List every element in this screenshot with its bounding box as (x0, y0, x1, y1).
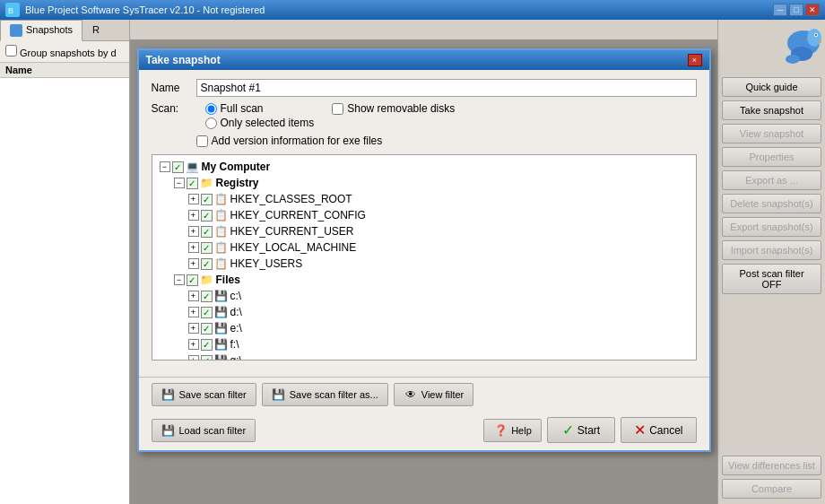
node-label-drive-f: f:\ (230, 338, 239, 351)
export-as-button[interactable]: Export as ... (722, 170, 821, 190)
dialog-footer-2: 💾 Load scan filter ❓ Help ✓ Start (139, 412, 709, 450)
node-label-hkcc: HKEY_CURRENT_CONFIG (230, 209, 366, 222)
checkbox-hkcu[interactable] (201, 226, 213, 238)
node-label-hkcr: HKEY_CLASSES_ROOT (230, 193, 352, 205)
tree-node-files[interactable]: −📁Files (174, 272, 692, 288)
expand-btn-hku[interactable]: + (188, 258, 199, 269)
tab-2[interactable]: R (82, 20, 109, 40)
checkbox-drive-g[interactable] (201, 355, 213, 361)
center-area: Take snapshot × Name Scan: (130, 20, 717, 504)
node-label-hku: HKEY_USERS (230, 257, 303, 270)
expand-btn-registry[interactable]: − (174, 178, 185, 188)
tree-node-hklm[interactable]: +📋HKEY_LOCAL_MACHINE (188, 239, 692, 256)
app-icon: B (5, 3, 20, 17)
checkbox-hkcr[interactable] (201, 194, 213, 205)
version-info-row: Add version information for exe files (196, 135, 697, 147)
expand-btn-hkcc[interactable]: + (188, 210, 199, 221)
take-snapshot-dialog: Take snapshot × Name Scan: (137, 48, 711, 452)
checkbox-registry[interactable] (187, 178, 198, 189)
radio-group: Full scan Only selected items (205, 102, 315, 129)
import-snapshot-button[interactable]: Import snapshot(s) (722, 240, 821, 260)
full-scan-radio[interactable] (205, 103, 217, 115)
tree-node-drive-e[interactable]: +💾e:\ (188, 320, 692, 336)
view-snapshot-button[interactable]: View snapshot (722, 124, 821, 143)
tree-node-drive-f[interactable]: +💾f:\ (188, 336, 692, 352)
expand-btn-drive-c[interactable]: + (188, 291, 199, 301)
tree-container[interactable]: −💻My Computer−📁Registry+📋HKEY_CLASSES_RO… (152, 154, 697, 361)
version-info-checkbox[interactable] (196, 135, 208, 147)
dialog-close-button[interactable]: × (688, 54, 702, 66)
expand-btn-drive-d[interactable]: + (188, 307, 199, 317)
expand-btn-hklm[interactable]: + (188, 242, 199, 253)
selected-items-radio[interactable] (205, 117, 217, 129)
group-checkbox[interactable] (5, 45, 17, 56)
compare-button[interactable]: Compare (722, 479, 821, 499)
show-removable-checkbox[interactable] (332, 103, 343, 115)
delete-snapshot-button[interactable]: Delete snapshot(s) (722, 194, 821, 213)
checkbox-drive-f[interactable] (201, 339, 213, 351)
export-snapshot-button[interactable]: Export snapshot(s) (722, 217, 821, 237)
checkbox-my-computer[interactable] (172, 161, 184, 173)
name-input[interactable] (196, 79, 697, 97)
tree-node-drive-d[interactable]: +💾d:\ (188, 304, 692, 320)
app-title: Blue Project Software SysTracer v2.10 - … (25, 4, 265, 15)
dialog-title-bar: Take snapshot × (139, 50, 709, 70)
help-button[interactable]: ❓ Help (483, 419, 542, 442)
cancel-icon: ✕ (634, 421, 646, 439)
tab-snapshots[interactable]: Snapshots (0, 20, 82, 41)
bird-area (722, 25, 821, 70)
post-scan-filter-button[interactable]: Post scan filter OFF (722, 264, 821, 294)
minimize-button[interactable]: ─ (773, 4, 787, 16)
checkbox-hku[interactable] (201, 258, 213, 270)
node-label-drive-c: c:\ (230, 290, 242, 302)
group-checkbox-row[interactable]: Group snapshots by d (0, 41, 129, 63)
checkbox-hkcc[interactable] (201, 210, 213, 222)
expand-btn-drive-g[interactable]: + (188, 355, 199, 361)
tree-node-drive-c[interactable]: +💾c:\ (188, 288, 692, 304)
save-scan-filter-as-label: Save scan filter as... (290, 389, 378, 400)
close-button[interactable]: ✕ (805, 4, 820, 16)
left-panel: Snapshots R Group snapshots by d Name (0, 20, 130, 504)
checkbox-drive-d[interactable] (201, 307, 213, 318)
view-filter-button[interactable]: 👁 View filter (394, 383, 473, 406)
save-scan-filter-button[interactable]: 💾 Save scan filter (152, 383, 256, 406)
view-differences-button[interactable]: View differences list (722, 456, 821, 475)
load-scan-filter-button[interactable]: 💾 Load scan filter (152, 419, 256, 442)
properties-button[interactable]: Properties (722, 147, 821, 167)
node-label-drive-e: e:\ (230, 322, 242, 335)
expand-btn-my-computer[interactable]: − (160, 161, 170, 172)
quick-guide-button[interactable]: Quick guide (722, 77, 821, 97)
expand-btn-hkcr[interactable]: + (188, 194, 199, 204)
checkbox-drive-e[interactable] (201, 323, 213, 335)
tree-node-hkcr[interactable]: +📋HKEY_CLASSES_ROOT (188, 191, 692, 207)
snapshot-list (0, 78, 129, 504)
selected-items-row: Only selected items (205, 117, 315, 129)
expand-btn-drive-f[interactable]: + (188, 339, 199, 350)
snapshots-tab-icon (10, 24, 22, 37)
tree-node-registry[interactable]: −📁Registry (174, 175, 692, 191)
save-scan-filter-as-icon: 💾 (272, 387, 286, 402)
tree-node-my-computer[interactable]: −💻My Computer (160, 159, 692, 175)
checkbox-hklm[interactable] (201, 242, 213, 254)
node-icon-my-computer: 💻 (186, 160, 200, 174)
tree-node-drive-g[interactable]: +💾g:\ (188, 352, 692, 361)
tree-node-hkcu[interactable]: +📋HKEY_CURRENT_USER (188, 223, 692, 239)
footer-left-buttons: 💾 Load scan filter (152, 419, 256, 442)
start-button[interactable]: ✓ Start (547, 417, 615, 443)
take-snapshot-button[interactable]: Take snapshot (722, 100, 821, 120)
scan-options: Full scan Only selected items Show remov… (205, 102, 697, 129)
show-removable-label: Show removable disks (347, 102, 455, 115)
expand-btn-hkcu[interactable]: + (188, 226, 199, 237)
full-scan-label: Full scan (221, 102, 264, 115)
tree-node-hkcc[interactable]: +📋HKEY_CURRENT_CONFIG (188, 207, 692, 223)
expand-btn-drive-e[interactable]: + (188, 323, 199, 334)
maximize-button[interactable]: □ (789, 4, 803, 16)
checkbox-drive-c[interactable] (201, 291, 213, 302)
node-label-hkcu: HKEY_CURRENT_USER (230, 225, 354, 238)
tree-node-hku[interactable]: +📋HKEY_USERS (188, 256, 692, 272)
start-label: Start (578, 424, 600, 437)
save-scan-filter-as-button[interactable]: 💾 Save scan filter as... (262, 383, 388, 406)
checkbox-files[interactable] (187, 274, 198, 286)
cancel-button[interactable]: ✕ Cancel (621, 417, 696, 443)
expand-btn-files[interactable]: − (174, 274, 185, 285)
